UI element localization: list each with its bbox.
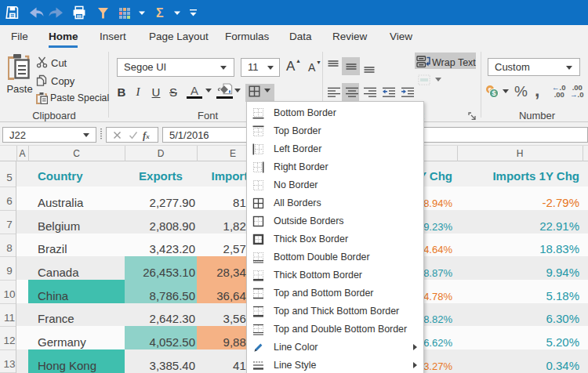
svg-text:Σ: Σ xyxy=(156,6,164,20)
svg-text:$: $ xyxy=(492,89,495,97)
